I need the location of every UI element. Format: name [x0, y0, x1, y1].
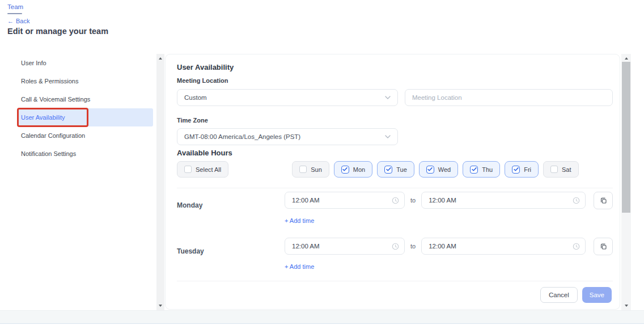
end-time-input[interactable] [422, 243, 585, 250]
day-toggle[interactable]: Thu [463, 161, 500, 178]
section-divider [177, 188, 613, 188]
checkbox-icon [512, 166, 520, 174]
sidebar-item[interactable]: Notification Settings [17, 145, 153, 163]
meeting-location-select[interactable]: Custom [177, 89, 398, 106]
day-toggle-group: Sun Mon Tue [292, 161, 578, 178]
cancel-button[interactable]: Cancel [540, 287, 578, 303]
page-bottom-band [0, 310, 644, 324]
scrollbar-thumb[interactable] [622, 62, 630, 213]
clock-icon [392, 243, 399, 250]
check-icon [386, 167, 391, 171]
checkbox-icon [426, 166, 434, 174]
chevron-down-icon [385, 96, 391, 99]
day-toggle[interactable]: Sat [543, 161, 579, 178]
day-toggle[interactable]: Mon [334, 161, 372, 178]
checkbox-icon [341, 166, 349, 174]
check-icon [427, 167, 433, 171]
meeting-location-label: Meeting Location [177, 77, 613, 84]
check-icon [342, 167, 348, 171]
time-zone-label: Time Zone [177, 117, 613, 124]
sidebar-item-label: Call & Voicemail Settings [21, 96, 90, 103]
day-label: Mon [353, 166, 365, 173]
checkbox-icon [184, 166, 192, 173]
panel-scrollbar[interactable] [621, 54, 631, 310]
copy-times-button[interactable] [594, 238, 613, 255]
scroll-down-icon[interactable] [159, 305, 162, 307]
clock-icon [392, 197, 399, 204]
select-all-label: Select All [196, 166, 221, 173]
user-availability-panel: User Availability Meeting Location Custo… [165, 54, 620, 310]
day-schedule-row: Tuesday to [177, 237, 613, 270]
sidebar-item[interactable]: Roles & Permissions [17, 72, 153, 90]
start-time-field[interactable] [285, 192, 405, 209]
clock-icon [573, 243, 580, 250]
day-name: Monday [177, 191, 285, 209]
save-button[interactable]: Save [582, 287, 612, 303]
day-name: Tuesday [177, 237, 285, 255]
panel-heading: User Availability [177, 63, 613, 71]
end-time-input[interactable] [422, 197, 585, 204]
day-label: Fri [524, 166, 531, 173]
day-label: Thu [482, 166, 493, 173]
day-label: Sat [562, 166, 571, 173]
end-time-field[interactable] [421, 238, 586, 255]
sidebar-item[interactable]: User Info [17, 54, 153, 72]
meeting-location-input[interactable] [405, 89, 613, 106]
day-label: Wed [438, 166, 451, 173]
checkbox-icon [550, 166, 558, 173]
page-title: Edit or manage your team [7, 27, 108, 36]
add-time-link[interactable]: + Add time [285, 263, 314, 270]
checkbox-icon [384, 166, 392, 174]
time-zone-select[interactable]: GMT-08:00 America/Los_Angeles (PST) [177, 128, 398, 145]
tab-active-underline [7, 13, 22, 14]
back-arrow-icon: ← [7, 18, 14, 24]
sidebar-item-label: User Availability [21, 114, 65, 121]
start-time-input[interactable] [285, 197, 404, 204]
check-icon [472, 167, 477, 171]
chevron-down-icon [385, 135, 391, 138]
meeting-location-select-value: Custom [184, 94, 207, 101]
select-all-toggle[interactable]: Select All [177, 161, 228, 178]
panel-footer: Cancel Save [177, 281, 613, 303]
add-time-link[interactable]: + Add time [285, 217, 314, 224]
sidebar-item[interactable]: Calendar Configuration [17, 126, 153, 145]
sidebar-item-label: Calendar Configuration [21, 132, 85, 139]
start-time-field[interactable] [285, 238, 405, 255]
day-toggle[interactable]: Tue [377, 161, 414, 178]
to-label: to [410, 243, 416, 250]
settings-sidebar: User Info Roles & Permissions Call & Voi… [17, 54, 153, 163]
checkbox-icon [470, 166, 478, 174]
day-label: Sun [311, 166, 322, 173]
day-toggle[interactable]: Wed [419, 161, 458, 178]
sidebar-item-label: Roles & Permissions [21, 78, 78, 85]
tab-team[interactable]: Team [7, 3, 23, 10]
day-schedule-row: Monday to [177, 191, 613, 224]
check-icon [514, 167, 519, 171]
end-time-field[interactable] [421, 192, 586, 209]
sidebar-item[interactable]: Call & Voicemail Settings [17, 90, 153, 108]
back-label: Back [16, 18, 29, 24]
scroll-down-icon[interactable] [625, 305, 628, 307]
back-link[interactable]: ← Back [7, 18, 29, 24]
checkbox-icon [299, 166, 307, 173]
day-schedule-list: Monday to [177, 191, 613, 270]
available-hours-heading: Available Hours [177, 149, 613, 157]
day-label: Tue [396, 166, 407, 173]
copy-times-button[interactable] [594, 192, 613, 209]
sidebar-item-label: User Info [21, 60, 46, 66]
sidebar-scrollbar[interactable] [156, 54, 164, 310]
time-zone-select-value: GMT-08:00 America/Los_Angeles (PST) [184, 133, 300, 140]
copy-icon [600, 243, 607, 250]
sidebar-item[interactable]: User Availability [17, 108, 153, 126]
scroll-up-icon[interactable] [159, 57, 162, 60]
start-time-input[interactable] [285, 243, 404, 250]
day-toggle[interactable]: Fri [505, 161, 539, 178]
day-toggle[interactable]: Sun [292, 161, 329, 178]
sidebar-item-label: Notification Settings [21, 150, 76, 157]
scroll-up-icon[interactable] [625, 57, 628, 60]
copy-icon [600, 197, 607, 204]
to-label: to [410, 197, 416, 204]
clock-icon [573, 197, 580, 204]
